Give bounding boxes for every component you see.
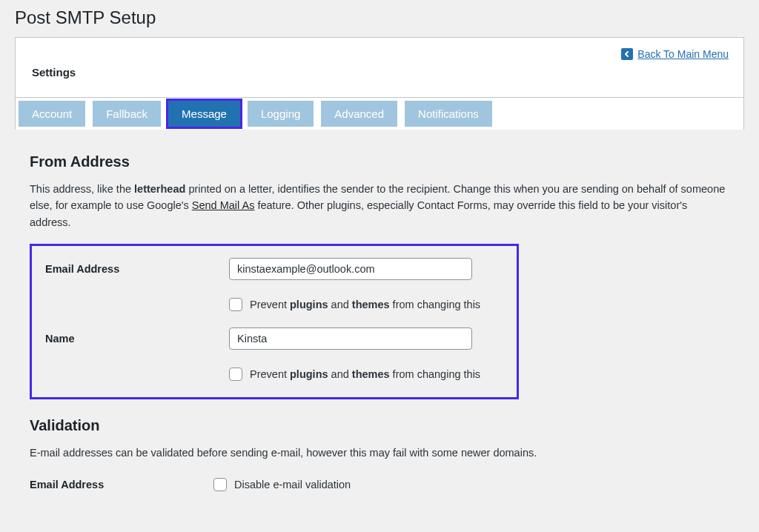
from-address-heading: From Address <box>30 153 729 170</box>
settings-heading: Settings <box>32 66 727 79</box>
email-address-label: Email Address <box>45 263 229 275</box>
prevent-name-checkbox[interactable] <box>229 368 242 381</box>
page-title: Post SMTP Setup <box>15 7 744 28</box>
prevent-email-checkbox[interactable] <box>229 298 242 311</box>
back-to-main-link[interactable]: Back To Main Menu <box>637 48 729 60</box>
prevent-email-label: Prevent plugins and themes from changing… <box>250 299 480 310</box>
tab-message[interactable]: Message <box>168 101 240 127</box>
from-address-description: This address, like the letterhead printe… <box>30 181 729 230</box>
validation-email-row: Email Address Disable e-mail validation <box>30 478 729 491</box>
name-row: Name <box>45 327 503 350</box>
validation-description: E-mail addresses can be validated before… <box>30 445 729 461</box>
disable-validation-checkbox[interactable] <box>213 478 227 491</box>
tab-fallback[interactable]: Fallback <box>93 101 161 127</box>
name-label: Name <box>45 333 229 345</box>
email-address-input[interactable] <box>229 258 472 280</box>
back-arrow-icon <box>621 48 633 60</box>
tab-advanced[interactable]: Advanced <box>321 101 397 127</box>
from-address-form-box: Email Address Prevent plugins and themes… <box>30 244 519 399</box>
send-mail-as-link[interactable]: Send Mail As <box>192 199 255 211</box>
prevent-name-label: Prevent plugins and themes from changing… <box>250 368 480 380</box>
validation-email-label: Email Address <box>30 479 213 491</box>
desc-letterhead: letterhead <box>134 183 185 195</box>
back-to-main-wrap: Back To Main Menu <box>621 48 729 60</box>
tab-logging[interactable]: Logging <box>248 101 314 127</box>
prevent-email-row: Prevent plugins and themes from changing… <box>45 298 503 311</box>
settings-panel: Back To Main Menu Settings <box>15 37 744 98</box>
prevent-name-row: Prevent plugins and themes from changing… <box>45 368 503 381</box>
email-address-row: Email Address <box>45 258 503 280</box>
tab-notifications[interactable]: Notifications <box>405 101 492 127</box>
disable-validation-label: Disable e-mail validation <box>234 479 351 491</box>
tab-account[interactable]: Account <box>19 101 85 127</box>
validation-section: Validation E-mail addresses can be valid… <box>30 417 729 491</box>
validation-heading: Validation <box>30 417 729 434</box>
desc-text: This address, like the <box>30 183 134 195</box>
name-input[interactable] <box>229 327 472 350</box>
content-area: From Address This address, like the lett… <box>15 130 744 491</box>
tabs-nav: Account Fallback Message Logging Advance… <box>15 98 744 130</box>
